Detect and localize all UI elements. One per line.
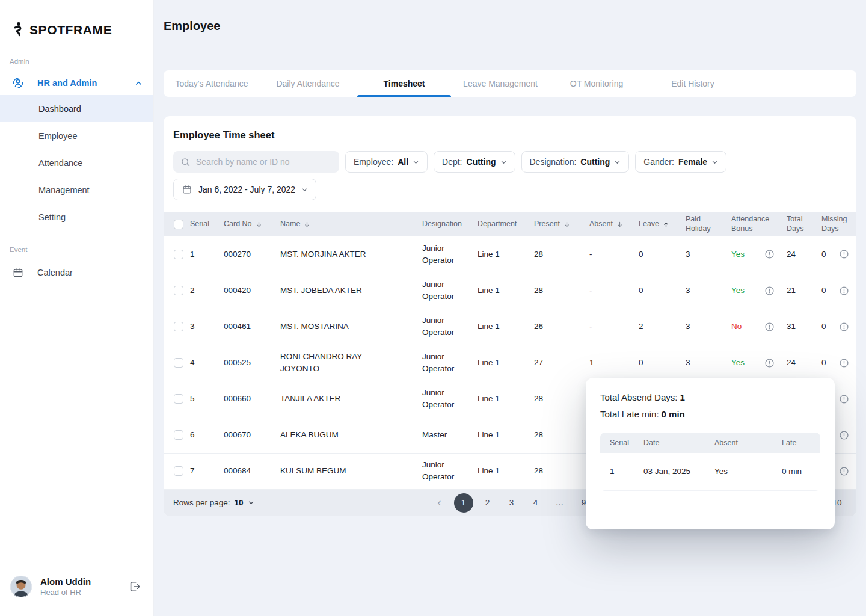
filter-label: Employee: xyxy=(354,157,393,167)
row-checkbox[interactable] xyxy=(174,466,183,476)
table-row: 3000461MST. MOSTARINAJunior OperatorLine… xyxy=(164,309,856,345)
row-checkbox[interactable] xyxy=(174,250,183,259)
row-missing-days: 0 xyxy=(821,285,826,297)
row-present: 28 xyxy=(534,248,582,260)
filter-value: All xyxy=(398,157,408,167)
search-box xyxy=(173,151,339,173)
row-total-days: 24 xyxy=(787,357,814,369)
row-paid-holiday: 3 xyxy=(686,248,724,260)
calendar-icon xyxy=(182,184,192,195)
missing-days-info-icon[interactable] xyxy=(839,466,849,476)
missing-days-info-icon[interactable] xyxy=(839,430,849,440)
bonus-info-icon[interactable] xyxy=(764,358,775,368)
sidebar-item-management[interactable]: Management xyxy=(0,176,153,203)
sidebar-item-employee[interactable]: Employee xyxy=(0,122,153,149)
missing-days-info-icon[interactable] xyxy=(839,249,849,259)
popup-table-body: 103 Jan, 2025Yes0 min xyxy=(600,453,820,490)
sidebar-menu: DashboardEmployeeAttendanceManagementSet… xyxy=(0,95,153,230)
row-checkbox[interactable] xyxy=(174,394,183,404)
missing-days-info-icon[interactable] xyxy=(839,286,849,296)
tab-bar: Today's AttendanceDaily AttendanceTimesh… xyxy=(164,70,856,97)
section-label-event: Event xyxy=(0,246,153,253)
user-profile[interactable]: Alom Uddin Head of HR xyxy=(0,565,153,616)
filter-designation[interactable]: Designation:Cutting xyxy=(521,151,630,173)
row-missing-days: 0 xyxy=(821,321,826,333)
row-bonus: No xyxy=(731,321,742,333)
row-serial: 6 xyxy=(190,429,216,441)
brand-name: SPOTFRAME xyxy=(29,23,112,37)
column-header-present[interactable]: Present xyxy=(529,212,585,236)
tab-timesheet[interactable]: Timesheet xyxy=(356,70,452,97)
sort-down-icon xyxy=(563,221,571,229)
row-designation: Junior Operator xyxy=(422,315,470,339)
tab-today-s-attendance[interactable]: Today's Attendance xyxy=(164,70,260,97)
row-total-days: 31 xyxy=(787,321,814,333)
row-serial: 7 xyxy=(190,465,216,477)
row-present: 28 xyxy=(534,285,582,297)
pagination-page-3[interactable]: 3 xyxy=(502,493,521,513)
sidebar-item-calendar[interactable]: Calendar xyxy=(0,260,153,285)
missing-days-info-icon[interactable] xyxy=(839,322,849,332)
bonus-info-icon[interactable] xyxy=(764,322,775,332)
popup-absent: Yes xyxy=(710,453,777,490)
bonus-info-icon[interactable] xyxy=(764,286,775,296)
date-range-picker[interactable]: Jan 6, 2022 - July 7, 2022 xyxy=(173,179,316,200)
popup-table-row: 103 Jan, 2025Yes0 min xyxy=(600,453,820,490)
sort-down-icon xyxy=(255,221,263,229)
column-header-leave[interactable]: Leave xyxy=(634,212,681,236)
popup-column-serial: Serial xyxy=(600,433,639,453)
total-absent-label: Total Absend Days: xyxy=(600,392,677,402)
tab-daily-attendance[interactable]: Daily Attendance xyxy=(260,70,356,97)
calendar-icon xyxy=(11,266,25,279)
row-card-no: 000461 xyxy=(224,321,273,333)
pagination-page-1[interactable]: 1 xyxy=(454,493,473,513)
pagination-page-2[interactable]: 2 xyxy=(478,493,497,513)
row-checkbox[interactable] xyxy=(174,358,183,368)
filter-employee[interactable]: Employee:All xyxy=(345,151,428,173)
tab-edit-history[interactable]: Edit History xyxy=(645,70,741,97)
missing-days-info-icon[interactable] xyxy=(839,394,849,404)
row-department: Line 1 xyxy=(478,465,527,477)
missing-days-info-icon[interactable] xyxy=(839,358,849,368)
row-checkbox[interactable] xyxy=(174,430,183,440)
sidebar-item-attendance[interactable]: Attendance xyxy=(0,149,153,176)
filter-dept[interactable]: Dept:Cutting xyxy=(434,151,515,173)
row-department: Line 1 xyxy=(478,357,527,369)
filter-value: Cutting xyxy=(467,157,496,167)
column-header-absent[interactable]: Absent xyxy=(585,212,634,236)
pagination-prev[interactable]: ‹ xyxy=(430,493,449,513)
main-content: Employee Today's AttendanceDaily Attenda… xyxy=(154,0,866,616)
sidebar-item-setting[interactable]: Setting xyxy=(0,203,153,230)
user-role: Head of HR xyxy=(40,588,91,597)
select-all-checkbox[interactable] xyxy=(174,220,183,229)
logout-icon[interactable] xyxy=(128,580,141,593)
filter-gander[interactable]: Gander:Female xyxy=(635,151,726,173)
row-checkbox[interactable] xyxy=(174,286,183,295)
tab-leave-management[interactable]: Leave Management xyxy=(452,70,548,97)
rows-per-page-value: 10 xyxy=(235,498,244,507)
bonus-info-icon[interactable] xyxy=(764,249,775,259)
filter-label: Designation: xyxy=(530,157,577,167)
sidebar-item-dashboard[interactable]: Dashboard xyxy=(0,95,153,122)
column-header-department: Department xyxy=(473,212,529,236)
row-card-no: 000420 xyxy=(224,285,273,297)
popup-column-date: Date xyxy=(639,433,710,453)
row-name: MST. JOBEDA AKTER xyxy=(280,285,386,297)
rows-per-page[interactable]: Rows per page: 10 xyxy=(173,498,254,507)
row-designation: Junior Operator xyxy=(422,387,470,411)
tab-ot-monitoring[interactable]: OT Monitoring xyxy=(548,70,645,97)
total-absent-value: 1 xyxy=(680,392,684,402)
search-input[interactable] xyxy=(196,157,332,167)
column-header-card-no[interactable]: Card No xyxy=(219,212,275,236)
row-name: MST. MOSTARINA xyxy=(280,321,386,333)
row-total-days: 21 xyxy=(787,285,814,297)
row-name: TANJILA AKTER xyxy=(280,393,386,405)
row-checkbox[interactable] xyxy=(174,322,183,331)
pagination-page-4[interactable]: 4 xyxy=(526,493,545,513)
sidebar-item-hr-and-admin[interactable]: HR and Admin xyxy=(0,71,153,95)
total-late-line: Total Late min:0 min xyxy=(600,409,820,419)
column-header-paid-holiday: Paid Holiday xyxy=(681,212,726,236)
row-absent: - xyxy=(589,248,631,260)
filter-chips: Employee:AllDept:CuttingDesignation:Cutt… xyxy=(345,151,726,173)
column-header-name[interactable]: Name xyxy=(275,212,417,236)
